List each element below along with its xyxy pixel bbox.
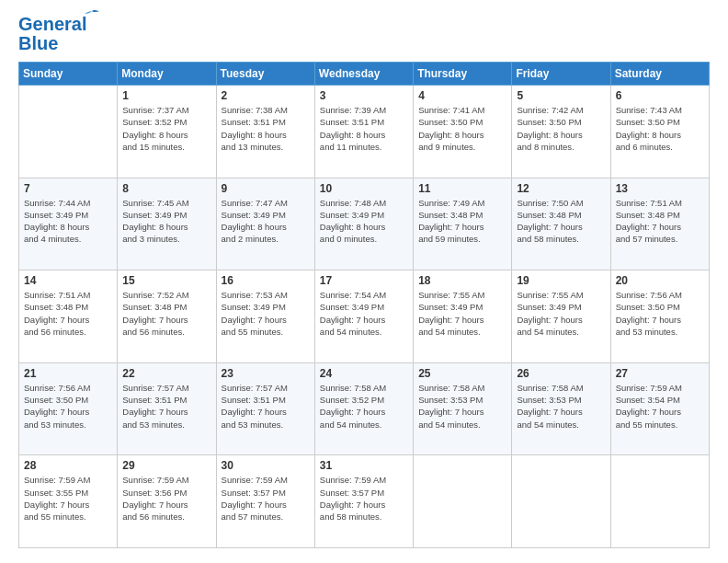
day-info: Sunrise: 7:56 AMSunset: 3:50 PMDaylight:…	[24, 382, 112, 431]
calendar-cell: 6Sunrise: 7:43 AMSunset: 3:50 PMDaylight…	[610, 86, 709, 178]
day-number: 10	[320, 182, 408, 195]
calendar-week-row: 7Sunrise: 7:44 AMSunset: 3:49 PMDaylight…	[19, 178, 710, 270]
day-info: Sunrise: 7:59 AMSunset: 3:54 PMDaylight:…	[616, 382, 704, 431]
day-info: Sunrise: 7:54 AMSunset: 3:49 PMDaylight:…	[320, 289, 408, 338]
calendar-cell: 9Sunrise: 7:47 AMSunset: 3:49 PMDaylight…	[216, 178, 314, 270]
day-number: 31	[320, 459, 408, 472]
calendar-cell: 11Sunrise: 7:49 AMSunset: 3:48 PMDayligh…	[414, 178, 512, 270]
calendar-cell: 20Sunrise: 7:56 AMSunset: 3:50 PMDayligh…	[610, 270, 709, 363]
day-number: 12	[517, 182, 605, 195]
day-number: 3	[320, 89, 408, 102]
day-number: 15	[122, 274, 210, 287]
calendar-day-header: Monday	[118, 63, 216, 86]
logo: General Blue	[18, 15, 86, 52]
calendar-day-header: Thursday	[414, 63, 512, 86]
day-number: 29	[122, 459, 210, 472]
calendar-cell: 3Sunrise: 7:39 AMSunset: 3:51 PMDaylight…	[314, 86, 413, 178]
calendar-cell: 15Sunrise: 7:52 AMSunset: 3:48 PMDayligh…	[118, 270, 216, 363]
calendar-day-header: Saturday	[610, 63, 709, 86]
calendar-cell: 24Sunrise: 7:58 AMSunset: 3:52 PMDayligh…	[314, 362, 413, 455]
logo-content: General Blue	[18, 15, 86, 52]
page: General Blue SundayMondayTuesdayWednesda…	[0, 0, 728, 563]
calendar-cell: 29Sunrise: 7:59 AMSunset: 3:56 PMDayligh…	[118, 455, 216, 548]
calendar-cell: 17Sunrise: 7:54 AMSunset: 3:49 PMDayligh…	[314, 270, 413, 363]
day-info: Sunrise: 7:57 AMSunset: 3:51 PMDaylight:…	[122, 382, 210, 431]
calendar-cell: 23Sunrise: 7:57 AMSunset: 3:51 PMDayligh…	[216, 362, 314, 455]
day-info: Sunrise: 7:41 AMSunset: 3:50 PMDaylight:…	[418, 104, 506, 153]
day-number: 4	[418, 89, 506, 102]
calendar-cell: 1Sunrise: 7:37 AMSunset: 3:52 PMDaylight…	[118, 86, 216, 178]
day-info: Sunrise: 7:59 AMSunset: 3:57 PMDaylight:…	[320, 474, 408, 523]
logo-blue: Blue	[18, 34, 86, 52]
calendar-cell: 18Sunrise: 7:55 AMSunset: 3:49 PMDayligh…	[414, 270, 512, 363]
day-number: 1	[122, 89, 210, 102]
calendar-week-row: 14Sunrise: 7:51 AMSunset: 3:48 PMDayligh…	[19, 270, 710, 363]
calendar-cell: 2Sunrise: 7:38 AMSunset: 3:51 PMDaylight…	[216, 86, 314, 178]
day-number: 21	[24, 367, 112, 380]
day-info: Sunrise: 7:45 AMSunset: 3:49 PMDaylight:…	[122, 197, 210, 246]
calendar-cell: 27Sunrise: 7:59 AMSunset: 3:54 PMDayligh…	[610, 362, 709, 455]
calendar-cell: 28Sunrise: 7:59 AMSunset: 3:55 PMDayligh…	[19, 455, 118, 548]
day-info: Sunrise: 7:38 AMSunset: 3:51 PMDaylight:…	[222, 104, 310, 153]
day-number: 11	[418, 182, 506, 195]
day-info: Sunrise: 7:50 AMSunset: 3:48 PMDaylight:…	[517, 197, 605, 246]
calendar-table: SundayMondayTuesdayWednesdayThursdayFrid…	[18, 62, 710, 548]
calendar-cell: 21Sunrise: 7:56 AMSunset: 3:50 PMDayligh…	[19, 362, 118, 455]
calendar-cell: 8Sunrise: 7:45 AMSunset: 3:49 PMDaylight…	[118, 178, 216, 270]
calendar-cell: 14Sunrise: 7:51 AMSunset: 3:48 PMDayligh…	[19, 270, 118, 363]
day-info: Sunrise: 7:51 AMSunset: 3:48 PMDaylight:…	[24, 289, 112, 338]
calendar-week-row: 28Sunrise: 7:59 AMSunset: 3:55 PMDayligh…	[19, 455, 710, 548]
calendar-day-header: Friday	[512, 63, 610, 86]
calendar-day-header: Tuesday	[216, 63, 314, 86]
day-info: Sunrise: 7:55 AMSunset: 3:49 PMDaylight:…	[517, 289, 605, 338]
day-info: Sunrise: 7:51 AMSunset: 3:48 PMDaylight:…	[616, 197, 704, 246]
day-number: 7	[24, 182, 112, 195]
calendar-cell	[414, 455, 512, 548]
day-number: 22	[122, 367, 210, 380]
day-number: 19	[517, 274, 605, 287]
header: General Blue	[18, 15, 710, 52]
calendar-day-header: Wednesday	[314, 63, 413, 86]
day-number: 30	[222, 459, 310, 472]
day-info: Sunrise: 7:53 AMSunset: 3:49 PMDaylight:…	[222, 289, 310, 338]
day-number: 6	[616, 89, 704, 102]
day-number: 18	[418, 274, 506, 287]
day-info: Sunrise: 7:37 AMSunset: 3:52 PMDaylight:…	[122, 104, 210, 153]
day-info: Sunrise: 7:59 AMSunset: 3:56 PMDaylight:…	[122, 474, 210, 523]
calendar-cell: 19Sunrise: 7:55 AMSunset: 3:49 PMDayligh…	[512, 270, 610, 363]
day-number: 25	[418, 367, 506, 380]
calendar-cell: 7Sunrise: 7:44 AMSunset: 3:49 PMDaylight…	[19, 178, 118, 270]
day-number: 14	[24, 274, 112, 287]
day-info: Sunrise: 7:47 AMSunset: 3:49 PMDaylight:…	[222, 197, 310, 246]
day-info: Sunrise: 7:57 AMSunset: 3:51 PMDaylight:…	[222, 382, 310, 431]
day-number: 5	[517, 89, 605, 102]
day-info: Sunrise: 7:42 AMSunset: 3:50 PMDaylight:…	[517, 104, 605, 153]
day-info: Sunrise: 7:52 AMSunset: 3:48 PMDaylight:…	[122, 289, 210, 338]
day-info: Sunrise: 7:39 AMSunset: 3:51 PMDaylight:…	[320, 104, 408, 153]
calendar-cell	[512, 455, 610, 548]
logo-bird-icon	[85, 9, 99, 22]
calendar-cell: 26Sunrise: 7:58 AMSunset: 3:53 PMDayligh…	[512, 362, 610, 455]
day-number: 27	[616, 367, 704, 380]
logo-general: General	[18, 14, 86, 34]
day-info: Sunrise: 7:59 AMSunset: 3:55 PMDaylight:…	[24, 474, 112, 523]
calendar-cell: 16Sunrise: 7:53 AMSunset: 3:49 PMDayligh…	[216, 270, 314, 363]
calendar-cell	[19, 86, 118, 178]
day-info: Sunrise: 7:43 AMSunset: 3:50 PMDaylight:…	[616, 104, 704, 153]
calendar-cell: 22Sunrise: 7:57 AMSunset: 3:51 PMDayligh…	[118, 362, 216, 455]
calendar-cell: 4Sunrise: 7:41 AMSunset: 3:50 PMDaylight…	[414, 86, 512, 178]
day-info: Sunrise: 7:59 AMSunset: 3:57 PMDaylight:…	[222, 474, 310, 523]
calendar-day-header: Sunday	[19, 63, 118, 86]
day-number: 8	[122, 182, 210, 195]
day-info: Sunrise: 7:58 AMSunset: 3:52 PMDaylight:…	[320, 382, 408, 431]
day-info: Sunrise: 7:58 AMSunset: 3:53 PMDaylight:…	[418, 382, 506, 431]
day-info: Sunrise: 7:58 AMSunset: 3:53 PMDaylight:…	[517, 382, 605, 431]
calendar-cell: 12Sunrise: 7:50 AMSunset: 3:48 PMDayligh…	[512, 178, 610, 270]
day-number: 13	[616, 182, 704, 195]
day-info: Sunrise: 7:48 AMSunset: 3:49 PMDaylight:…	[320, 197, 408, 246]
calendar-week-row: 1Sunrise: 7:37 AMSunset: 3:52 PMDaylight…	[19, 86, 710, 178]
day-number: 20	[616, 274, 704, 287]
calendar-cell: 30Sunrise: 7:59 AMSunset: 3:57 PMDayligh…	[216, 455, 314, 548]
calendar-cell: 31Sunrise: 7:59 AMSunset: 3:57 PMDayligh…	[314, 455, 413, 548]
calendar-header-row: SundayMondayTuesdayWednesdayThursdayFrid…	[19, 63, 710, 86]
